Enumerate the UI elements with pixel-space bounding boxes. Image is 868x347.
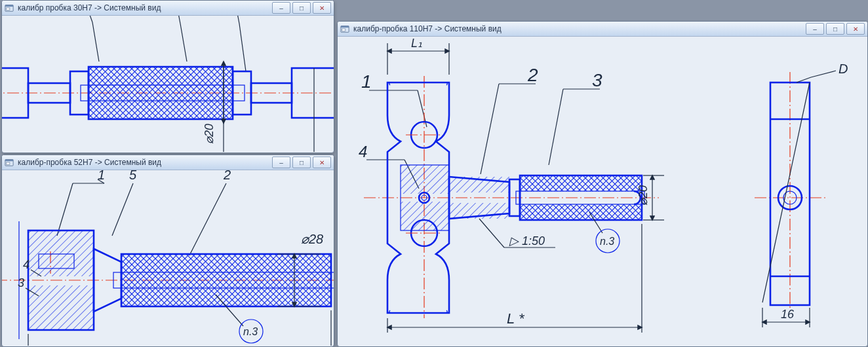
close-button[interactable]: ✕ — [846, 23, 865, 35]
dim-d28: ⌀28 — [301, 232, 323, 246]
doc-window-52h7: калибр-пробка 52H7 -> Системный вид – □ … — [1, 155, 334, 347]
drawing-canvas-30h7[interactable]: ⌀20 — [2, 16, 334, 153]
balloon-n3: п.3 — [243, 326, 258, 337]
dim-d20: ⌀20 — [637, 185, 650, 206]
drawing-canvas-52h7[interactable]: 1 5 2 4 — [2, 170, 334, 346]
balloon-2: 2 — [527, 65, 538, 85]
window-title: калибр пробка 30H7 -> Системный вид — [18, 3, 268, 12]
svg-rect-38 — [121, 254, 331, 306]
dim-L: L * — [507, 310, 525, 327]
svg-rect-73 — [449, 203, 509, 219]
close-button[interactable]: ✕ — [313, 156, 331, 168]
dim-L1: L₁ — [411, 37, 422, 50]
balloon-5: 5 — [129, 170, 137, 182]
side-dim-16: 16 — [781, 308, 795, 321]
titlebar-30h7[interactable]: калибр пробка 30H7 -> Системный вид – □ … — [2, 1, 334, 16]
svg-line-10 — [180, 24, 187, 62]
svg-line-82 — [479, 219, 504, 247]
svg-rect-77 — [520, 204, 642, 220]
doc-window-110h7: калибр-пробка 110H7 -> Системный вид – □… — [337, 21, 868, 347]
balloon-n3: п.3 — [600, 236, 614, 247]
svg-rect-67 — [401, 165, 449, 194]
maximize-button[interactable]: □ — [826, 23, 844, 35]
maximize-button[interactable]: □ — [292, 156, 311, 168]
svg-line-30 — [189, 183, 226, 255]
svg-line-8 — [92, 22, 99, 62]
balloon-3: 3 — [592, 70, 602, 90]
dim-d20: ⌀20 — [203, 124, 216, 144]
window-title: калибр-пробка 110H7 -> Системный вид — [353, 24, 802, 33]
svg-rect-34 — [28, 230, 94, 276]
drawing-canvas-110h7[interactable]: L₁ 1 2 3 4 — [338, 37, 867, 346]
balloon-2: 2 — [223, 170, 231, 182]
minimize-button[interactable]: – — [272, 2, 290, 14]
app-icon — [340, 24, 349, 33]
balloon-4: 4 — [23, 258, 30, 271]
doc-window-30h7: калибр пробка 30H7 -> Системный вид – □ … — [1, 0, 334, 153]
titlebar-110h7[interactable]: калибр-пробка 110H7 -> Системный вид – □… — [338, 22, 867, 37]
svg-rect-72 — [449, 177, 509, 192]
svg-line-29 — [112, 183, 133, 236]
svg-rect-35 — [28, 285, 94, 330]
balloon-3: 3 — [18, 276, 24, 289]
svg-rect-76 — [520, 175, 642, 191]
balloon-4: 4 — [359, 143, 367, 160]
close-button[interactable]: ✕ — [313, 2, 331, 14]
svg-line-58 — [549, 89, 563, 165]
app-icon — [5, 158, 14, 167]
side-angle: D — [838, 62, 848, 76]
svg-line-56 — [481, 84, 499, 174]
svg-rect-68 — [401, 202, 449, 230]
app-icon — [5, 3, 14, 12]
maximize-button[interactable]: □ — [292, 2, 311, 14]
window-title: калибр-пробка 52H7 -> Системный вид — [18, 158, 268, 167]
svg-line-9 — [174, 16, 180, 24]
svg-line-7 — [81, 16, 92, 22]
taper-note: ▷ 1:50 — [509, 234, 545, 247]
titlebar-52h7[interactable]: калибр-пробка 52H7 -> Системный вид – □ … — [2, 155, 334, 170]
svg-line-11 — [233, 16, 239, 24]
balloon-1: 1 — [361, 71, 372, 92]
svg-rect-18 — [89, 67, 233, 119]
svg-line-26 — [57, 183, 73, 236]
minimize-button[interactable]: – — [272, 156, 290, 168]
minimize-button[interactable]: – — [806, 23, 824, 35]
svg-line-12 — [239, 24, 246, 71]
